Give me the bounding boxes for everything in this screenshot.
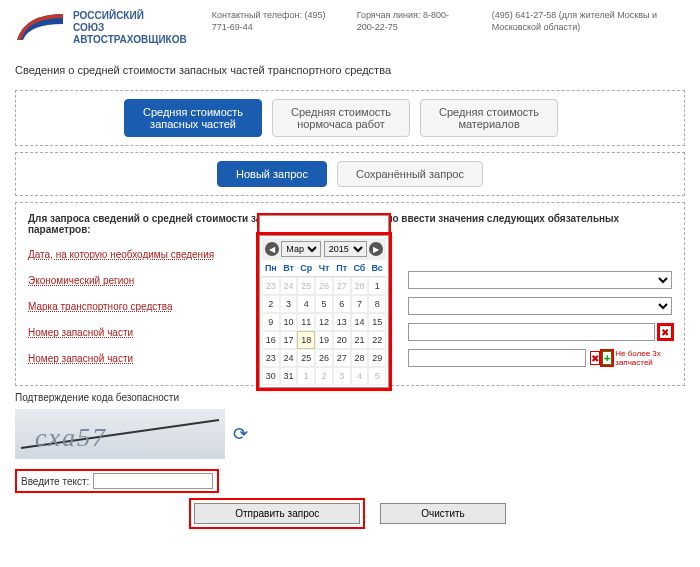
cal-day[interactable]: 5 (368, 367, 386, 385)
cal-day[interactable]: 12 (315, 313, 333, 331)
cal-day[interactable]: 19 (315, 331, 333, 349)
cal-day[interactable]: 27 (333, 349, 351, 367)
cal-day[interactable]: 30 (262, 367, 280, 385)
cal-day[interactable]: 25 (297, 277, 315, 295)
cal-day[interactable]: 7 (351, 295, 369, 313)
cal-day[interactable]: 29 (368, 349, 386, 367)
cal-day[interactable]: 10 (280, 313, 298, 331)
contacts: Контактный телефон: (495) 771-69-44 Горя… (212, 10, 672, 33)
cal-day[interactable]: 15 (368, 313, 386, 331)
org-name-3: АВТОСТРАХОВЩИКОВ (73, 34, 187, 46)
cal-prev-icon[interactable]: ◀ (265, 242, 279, 256)
header: РОССИЙСКИЙ СОЮЗ АВТОСТРАХОВЩИКОВ Контакт… (0, 0, 700, 56)
cal-day[interactable]: 23 (262, 349, 280, 367)
part-input-1[interactable] (408, 323, 655, 341)
contact-phone: Контактный телефон: (495) 771-69-44 (212, 10, 332, 33)
cal-day[interactable]: 8 (368, 295, 386, 313)
region-select[interactable] (408, 271, 672, 289)
cal-day[interactable]: 14 (351, 313, 369, 331)
cal-day[interactable]: 2 (315, 367, 333, 385)
part-input-2[interactable] (408, 349, 586, 367)
submit-button[interactable]: Отправить запрос (194, 503, 360, 524)
cal-dow: Пн (262, 260, 280, 277)
captcha-section: Подтверждение кода безопасности cxa57 ⟳ … (15, 392, 685, 493)
captcha-input[interactable] (93, 473, 213, 489)
date-input-wrap (259, 215, 389, 233)
cal-dow: Пт (333, 260, 351, 277)
org-name-1: РОССИЙСКИЙ (73, 10, 187, 22)
refresh-icon[interactable]: ⟳ (233, 423, 248, 445)
delete-icon[interactable]: ✖ (659, 325, 672, 339)
cal-day[interactable]: 21 (351, 331, 369, 349)
label-date: Дата, на которую необходимы сведения (28, 249, 258, 260)
date-input[interactable] (259, 215, 389, 233)
cal-day[interactable]: 16 (262, 331, 280, 349)
cal-day[interactable]: 31 (280, 367, 298, 385)
cal-day[interactable]: 1 (368, 277, 386, 295)
logo: РОССИЙСКИЙ СОЮЗ АВТОСТРАХОВЩИКОВ (15, 10, 187, 46)
cal-day[interactable]: 1 (297, 367, 315, 385)
cal-day[interactable]: 25 (297, 349, 315, 367)
cal-next-icon[interactable]: ▶ (369, 242, 383, 256)
tabs-main-box: Средняя стоимость запасных частей Средня… (15, 90, 685, 146)
org-name-2: СОЮЗ (73, 22, 187, 34)
cal-day[interactable]: 4 (351, 367, 369, 385)
page-title: Сведения о средней стоимости запасных ча… (0, 56, 700, 84)
tabs-query-box: Новый запрос Сохранённый запрос (15, 152, 685, 196)
button-row: Отправить запрос Очистить (0, 503, 700, 524)
cal-dow: Чт (315, 260, 333, 277)
label-part-1: Номер запасной части (28, 327, 258, 338)
cal-day[interactable]: 5 (315, 295, 333, 313)
cal-day[interactable]: 3 (280, 295, 298, 313)
label-brand: Марка транспортного средства (28, 301, 258, 312)
cal-dow: Сб (351, 260, 369, 277)
captcha-input-row: Введите текст: (15, 469, 219, 493)
tab-saved-query[interactable]: Сохранённый запрос (337, 161, 483, 187)
captcha-text: cxa57 (35, 423, 107, 453)
label-region: Экономический регион (28, 275, 258, 286)
delete-icon[interactable]: ✖ (590, 351, 600, 365)
cal-day[interactable]: 13 (333, 313, 351, 331)
cal-day[interactable]: 2 (262, 295, 280, 313)
cal-day[interactable]: 17 (280, 331, 298, 349)
add-icon[interactable]: + (602, 351, 612, 365)
brand-select[interactable] (408, 297, 672, 315)
cal-dow: Вс (368, 260, 386, 277)
cal-dow: Вт (280, 260, 298, 277)
cal-day[interactable]: 22 (368, 331, 386, 349)
cal-day[interactable]: 24 (280, 277, 298, 295)
cal-day[interactable]: 6 (333, 295, 351, 313)
cal-month-select[interactable]: Мар (281, 241, 321, 257)
label-part-2: Номер запасной части (28, 353, 258, 364)
tab-parts[interactable]: Средняя стоимость запасных частей (124, 99, 262, 137)
cal-day[interactable]: 28 (351, 349, 369, 367)
cal-day[interactable]: 23 (262, 277, 280, 295)
tab-materials[interactable]: Средняя стоимость материалов (420, 99, 558, 137)
cal-day[interactable]: 26 (315, 277, 333, 295)
form-box: Для запроса сведений о средней стоимости… (15, 202, 685, 386)
cal-day[interactable]: 24 (280, 349, 298, 367)
cal-day[interactable]: 3 (333, 367, 351, 385)
contact-hotline: Горячая линия: 8-800-200-22-75 (357, 10, 467, 33)
cal-year-select[interactable]: 2015 (324, 241, 367, 257)
captcha-title: Подтверждение кода безопасности (15, 392, 685, 403)
calendar: ◀ Мар 2015 ▶ ПнВтСрЧтПтСбВс 232425262728… (259, 235, 389, 388)
logo-icon (15, 10, 65, 46)
cal-day[interactable]: 9 (262, 313, 280, 331)
tab-new-query[interactable]: Новый запрос (217, 161, 327, 187)
cal-day[interactable]: 27 (333, 277, 351, 295)
captcha-image: cxa57 (15, 409, 225, 459)
cal-day[interactable]: 28 (351, 277, 369, 295)
captcha-input-label: Введите текст: (21, 476, 89, 487)
cal-day[interactable]: 11 (297, 313, 315, 331)
clear-button[interactable]: Очистить (380, 503, 506, 524)
cal-day[interactable]: 20 (333, 331, 351, 349)
parts-hint: Не более 3х запчастей (615, 349, 672, 367)
cal-day[interactable]: 4 (297, 295, 315, 313)
tab-hours[interactable]: Средняя стоимость нормочаса работ (272, 99, 410, 137)
cal-day[interactable]: 18 (297, 331, 315, 349)
contact-moscow: (495) 641-27-58 (для жителей Москвы и Мо… (492, 10, 672, 33)
cal-dow: Ср (297, 260, 315, 277)
cal-day[interactable]: 26 (315, 349, 333, 367)
